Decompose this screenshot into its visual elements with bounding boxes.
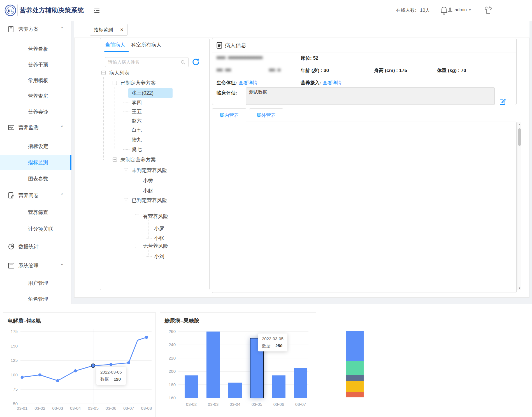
tree-node-小樊[interactable]: 小樊 [143, 176, 153, 186]
palette-segment-2 [346, 375, 364, 381]
tab-parenteral-nutrition[interactable]: 肠外营养 [249, 108, 283, 122]
doc-edit-icon [8, 192, 15, 199]
tabs-divider [100, 55, 209, 55]
tree-connector-stub [134, 191, 141, 191]
tree-node-陆九[interactable]: 陆九 [132, 135, 142, 145]
tree-node-小赵[interactable]: 小赵 [143, 186, 153, 196]
tab-close-icon[interactable]: ✕ [120, 27, 124, 32]
tree-node-李四[interactable]: 李四 [132, 98, 142, 107]
sidebar-item-计分项关联[interactable]: 计分项关联 [0, 222, 71, 236]
vertical-scrollbar[interactable]: ▲ ▼ [517, 122, 521, 290]
tree-node-白七[interactable]: 白七 [132, 125, 142, 135]
tree-collapse-icon[interactable] [113, 157, 117, 162]
header-divider [17, 4, 18, 16]
chevron-up-icon: ⌃ [60, 26, 64, 32]
sidebar-item-label: 营养看板 [28, 46, 71, 52]
sidebar-item-营养看板[interactable]: 营养看板 [0, 42, 71, 56]
sidebar-item-营养方案[interactable]: 营养方案⌃ [0, 22, 71, 36]
bar-03-04 [228, 383, 242, 398]
sidebar-item-图表参数[interactable]: 图表参数 [0, 172, 71, 186]
bottom-line-chart-card: 电解质–钠&氟175150125100755003-0103-0203-0303… [3, 312, 156, 417]
tree-connector-stub [123, 103, 129, 103]
tree-collapse-icon[interactable] [113, 81, 117, 85]
tree-node-病人列表[interactable]: 病人列表 [109, 68, 129, 78]
sidebar-item-营养筛查[interactable]: 营养筛查 [0, 205, 71, 220]
tree-node-无营养风险[interactable]: 无营养风险 [143, 241, 168, 251]
scroll-down-icon[interactable]: ▼ [517, 286, 522, 290]
masked-gender: ■■: ■ [269, 67, 280, 73]
online-label: 在线人数: [396, 8, 417, 13]
tree-connector-stub [123, 93, 129, 93]
sidebar-item-指标设定[interactable]: 指标设定 [0, 139, 71, 154]
sidebar-item-营养干预[interactable]: 营养干预 [0, 57, 71, 72]
tree-node-小罗[interactable]: 小罗 [154, 224, 164, 233]
palette-segment-0 [346, 331, 364, 361]
chevron-up-icon: ⌃ [60, 263, 64, 269]
tooltip-date: 2022-03-05 [100, 370, 122, 374]
tree-node-小刘[interactable]: 小刘 [154, 252, 164, 261]
scroll-thumb[interactable] [518, 128, 521, 146]
tooltip-row: 数据250 [262, 343, 284, 349]
sidebar-item-用户管理[interactable]: 用户管理 [0, 276, 71, 290]
tree-node-樊七[interactable]: 樊七 [132, 145, 142, 154]
sidebar-item-系统管理[interactable]: 系统管理⌃ [0, 258, 71, 273]
svg-text:175: 175 [11, 329, 18, 334]
sidebar-item-label: 营养方案 [18, 26, 56, 33]
tree-collapse-icon[interactable] [135, 214, 139, 218]
tree-node-未制定营养方案[interactable]: 未制定营养方案 [120, 155, 156, 165]
bottom-bar-chart-card: 糖尿病–果糖胺26024022020018016003-0203-0303-04… [160, 312, 316, 417]
vital-signs-link[interactable]: 查看详情 [238, 80, 257, 85]
edit-icon[interactable] [499, 99, 506, 105]
patient-search-box[interactable] [105, 57, 189, 67]
sidebar-item-数据统计[interactable]: 数据统计 [0, 239, 71, 254]
sidebar-item-指标监测[interactable]: 指标监测 [0, 155, 71, 170]
sidebar-item-营养会诊[interactable]: 营养会诊 [0, 105, 71, 119]
svg-text:KL: KL [8, 9, 13, 13]
nutrition-intake-link[interactable]: 查看详情 [322, 80, 341, 85]
sidebar-item-营养监测[interactable]: 营养监测⌃ [0, 120, 71, 135]
patient-info-title: 病人信息 [225, 42, 246, 49]
sidebar-item-营养查房[interactable]: 营养查房 [0, 89, 71, 103]
header-divider-line [212, 52, 516, 52]
tree-node-未判定营养风险[interactable]: 未判定营养风险 [132, 166, 167, 175]
vital-signs-field: 生命体征: 查看详情 [217, 80, 257, 86]
tooltip-date: 2022-03-05 [262, 336, 284, 341]
tree-collapse-icon[interactable] [124, 168, 128, 172]
patient-info-header: 病人信息 [217, 42, 246, 49]
patient-search-input[interactable] [108, 60, 181, 65]
tree-collapse-icon[interactable] [135, 244, 139, 248]
sidebar-item-营养问卷[interactable]: 营养问卷⌃ [0, 188, 71, 203]
svg-text:50: 50 [13, 401, 18, 406]
app-root: KL 营养处方辅助决策系统 在线人数: 10人 admin ▼ [0, 0, 532, 417]
tree-collapse-icon[interactable] [101, 71, 106, 75]
notification-bell-icon[interactable] [440, 6, 448, 15]
tree-node-张三(022)[interactable]: 张三(022) [132, 88, 154, 98]
svg-text:03-04: 03-04 [230, 402, 240, 407]
svg-text:03-06: 03-06 [106, 406, 116, 411]
svg-text:03-03: 03-03 [208, 402, 219, 407]
sidebar-item-label: 营养查房 [28, 93, 71, 99]
palette-segment-4 [346, 392, 364, 397]
tree-connector-line [148, 250, 148, 256]
tree-collapse-icon[interactable] [124, 198, 128, 202]
tree-node-王五[interactable]: 王五 [132, 107, 142, 116]
sidebar-collapse-icon[interactable] [93, 7, 101, 14]
scroll-up-icon[interactable]: ▲ [517, 122, 522, 127]
refresh-icon[interactable] [192, 58, 200, 66]
svg-text:160: 160 [169, 395, 176, 400]
tab-department-patients[interactable]: 科室所有病人 [131, 41, 161, 48]
tab-indicator-monitoring[interactable]: 指标监测 ✕ [90, 24, 128, 36]
clinical-eval-textarea[interactable] [246, 87, 495, 105]
theme-skin-icon[interactable] [484, 6, 493, 15]
svg-text:75: 75 [13, 387, 18, 391]
tab-enteral-nutrition[interactable]: 肠内营养 [212, 108, 246, 122]
svg-text:240: 240 [169, 342, 176, 347]
tab-current-patients[interactable]: 当前病人 [105, 41, 125, 48]
user-menu[interactable]: admin ▼ [447, 7, 471, 13]
tree-node-赵六[interactable]: 赵六 [132, 116, 142, 126]
tree-node-已制定营养方案[interactable]: 已制定营养方案 [120, 78, 156, 88]
sidebar-item-常用模板[interactable]: 常用模板 [0, 73, 71, 88]
tree-node-有营养风险[interactable]: 有营养风险 [143, 212, 168, 221]
tree-node-已判定营养风险[interactable]: 已判定营养风险 [132, 196, 167, 205]
sidebar-item-角色管理[interactable]: 角色管理 [0, 292, 71, 306]
